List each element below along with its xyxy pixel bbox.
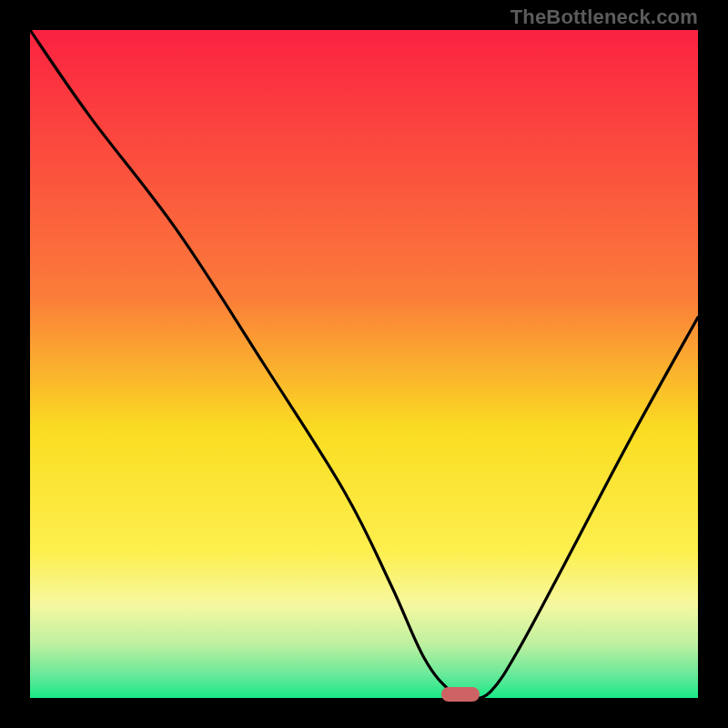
bottleneck-chart xyxy=(30,30,698,698)
watermark-label: TheBottleneck.com xyxy=(511,5,698,29)
chart-frame: TheBottleneck.com xyxy=(0,0,728,728)
gradient-background xyxy=(30,30,698,698)
optimal-marker xyxy=(441,687,480,702)
plot-area xyxy=(30,30,698,698)
